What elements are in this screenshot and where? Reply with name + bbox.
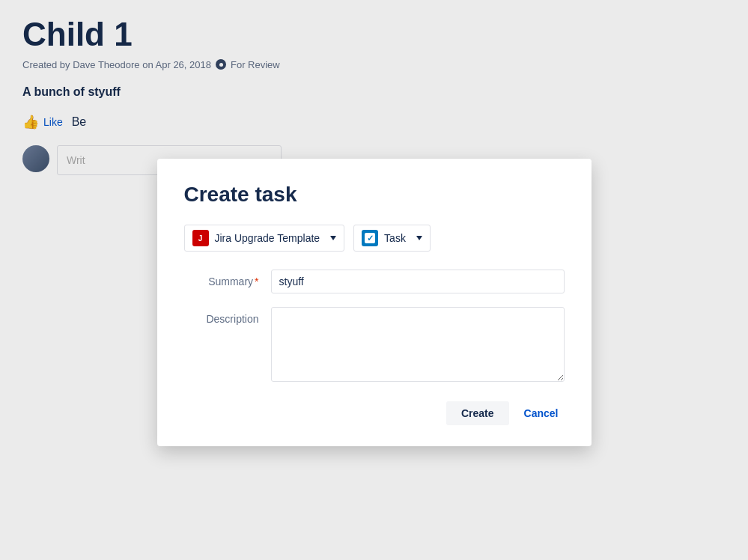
description-label: Description xyxy=(184,307,259,325)
project-icon: J xyxy=(192,230,209,246)
create-button[interactable]: Create xyxy=(446,401,509,425)
description-row: Description xyxy=(184,307,565,382)
task-check-icon xyxy=(365,233,375,243)
modal-title: Create task xyxy=(184,183,565,207)
summary-input[interactable] xyxy=(271,270,565,293)
modal-dropdowns-row: J Jira Upgrade Template Task xyxy=(184,225,565,252)
task-type-icon xyxy=(362,230,378,246)
create-task-modal: Create task J Jira Upgrade Template Task xyxy=(157,159,592,446)
description-textarea[interactable] xyxy=(271,307,565,382)
project-dropdown[interactable]: J Jira Upgrade Template xyxy=(184,225,345,252)
modal-footer: Create Cancel xyxy=(184,395,565,425)
summary-row: Summary* xyxy=(184,270,565,293)
project-dropdown-arrow-icon xyxy=(330,236,336,240)
project-name: Jira Upgrade Template xyxy=(215,232,320,244)
project-icon-text: J xyxy=(198,234,203,243)
required-star: * xyxy=(255,276,258,287)
modal-overlay: Create task J Jira Upgrade Template Task xyxy=(0,0,748,560)
type-name: Task xyxy=(384,232,406,244)
type-dropdown-arrow-icon xyxy=(416,236,422,240)
cancel-button[interactable]: Cancel xyxy=(518,401,565,425)
summary-label: Summary* xyxy=(184,270,259,287)
type-dropdown[interactable]: Task xyxy=(353,225,431,252)
